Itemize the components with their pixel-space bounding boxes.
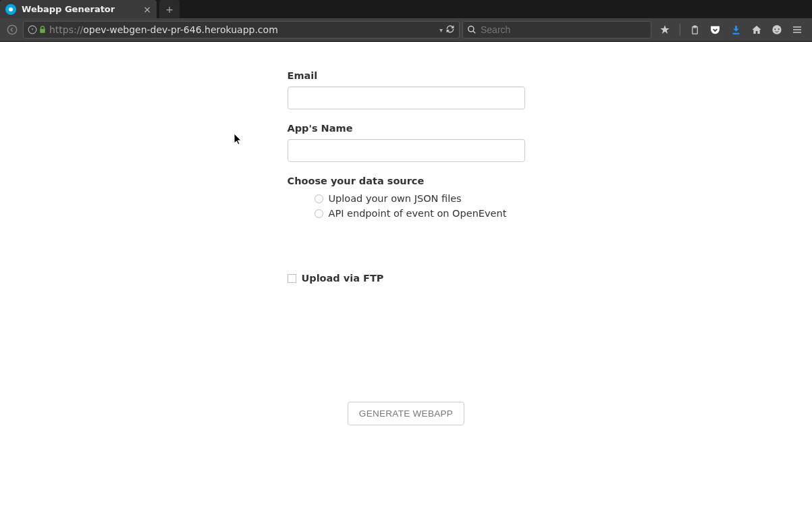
ftp-checkbox[interactable] bbox=[288, 274, 296, 283]
clipboard-icon[interactable] bbox=[690, 25, 700, 35]
menu-icon[interactable] bbox=[792, 24, 803, 35]
svg-point-0 bbox=[7, 25, 16, 34]
appname-field-group: App's Name bbox=[288, 123, 525, 162]
address-bar[interactable]: https://opev-webgen-dev-pr-646.herokuapp… bbox=[23, 21, 460, 38]
ftp-label: Upload via FTP bbox=[302, 273, 384, 284]
svg-rect-5 bbox=[733, 32, 740, 34]
radio-api-endpoint-row[interactable]: API endpoint of event on OpenEvent bbox=[315, 208, 525, 219]
generate-button-wrap: GENERATE WEBAPP bbox=[288, 402, 525, 425]
security-info-icon[interactable] bbox=[28, 25, 47, 34]
chat-icon[interactable] bbox=[772, 24, 782, 35]
generate-webapp-button[interactable]: GENERATE WEBAPP bbox=[348, 402, 464, 425]
search-input[interactable] bbox=[481, 24, 647, 35]
downloads-icon[interactable] bbox=[730, 24, 742, 36]
new-tab-button[interactable]: + bbox=[159, 0, 180, 18]
back-button[interactable] bbox=[4, 22, 20, 38]
radio-api-endpoint[interactable] bbox=[315, 209, 323, 218]
url-dropdown-icon[interactable]: ▾ bbox=[439, 26, 443, 34]
email-input[interactable] bbox=[288, 86, 525, 109]
bookmark-star-icon[interactable] bbox=[659, 24, 670, 35]
tab-title: Webapp Generator bbox=[22, 4, 139, 14]
radio-upload-json-row[interactable]: Upload your own JSON files bbox=[315, 193, 525, 204]
datasource-radio-group: Upload your own JSON files API endpoint … bbox=[288, 193, 525, 219]
radio-upload-json-label: Upload your own JSON files bbox=[329, 193, 462, 204]
datasource-label: Choose your data source bbox=[288, 176, 525, 186]
svg-point-7 bbox=[774, 28, 776, 30]
datasource-field-group: Choose your data source Upload your own … bbox=[288, 176, 525, 219]
close-tab-icon[interactable]: × bbox=[143, 4, 151, 15]
svg-point-6 bbox=[772, 25, 781, 34]
navigation-bar: https://opev-webgen-dev-pr-646.herokuapp… bbox=[0, 18, 812, 42]
url-text: https://opev-webgen-dev-pr-646.herokuapp… bbox=[49, 24, 437, 35]
reload-button[interactable] bbox=[445, 24, 455, 36]
tab-favicon-icon bbox=[5, 4, 16, 15]
toolbar-divider bbox=[680, 24, 680, 36]
toolbar-icons bbox=[654, 24, 808, 36]
ftp-checkbox-row[interactable]: Upload via FTP bbox=[288, 273, 525, 284]
radio-api-endpoint-label: API endpoint of event on OpenEvent bbox=[329, 208, 507, 219]
mouse-cursor-icon bbox=[234, 133, 243, 149]
email-label: Email bbox=[288, 70, 525, 81]
search-bar[interactable] bbox=[462, 21, 651, 38]
browser-tab-active[interactable]: Webapp Generator × bbox=[0, 0, 157, 18]
home-icon[interactable] bbox=[751, 24, 762, 35]
svg-point-8 bbox=[778, 28, 780, 30]
search-icon bbox=[467, 25, 477, 34]
svg-point-2 bbox=[468, 26, 474, 32]
tab-strip: Webapp Generator × + bbox=[0, 0, 812, 18]
email-field-group: Email bbox=[288, 70, 525, 109]
form-container: Email App's Name Choose your data source… bbox=[288, 42, 525, 425]
page-content: Email App's Name Choose your data source… bbox=[0, 42, 812, 528]
radio-upload-json[interactable] bbox=[315, 194, 323, 203]
appname-input[interactable] bbox=[288, 139, 525, 162]
appname-label: App's Name bbox=[288, 123, 525, 134]
pocket-icon[interactable] bbox=[709, 24, 721, 36]
